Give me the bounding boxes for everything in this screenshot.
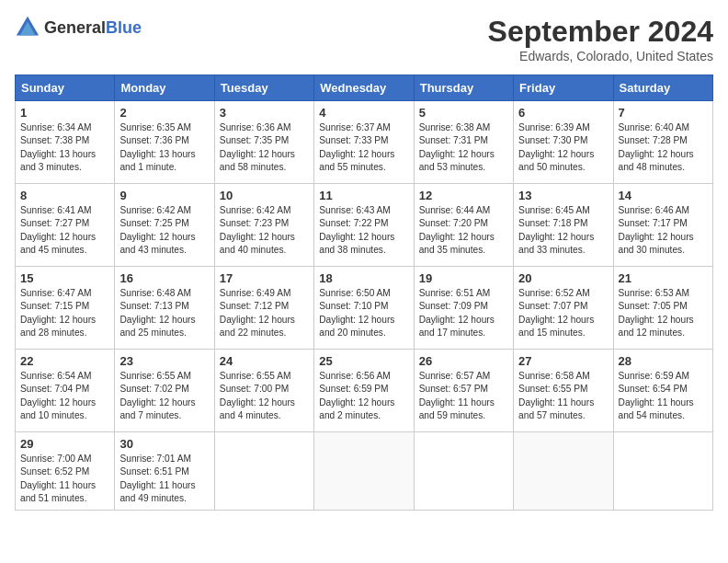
day-cell: 29Sunrise: 7:00 AMSunset: 6:52 PMDayligh… bbox=[16, 432, 115, 511]
day-info: Sunrise: 6:42 AMSunset: 7:25 PMDaylight:… bbox=[119, 204, 209, 257]
day-info: Sunrise: 6:47 AMSunset: 7:15 PMDaylight:… bbox=[20, 287, 109, 339]
day-cell: 18Sunrise: 6:50 AMSunset: 7:10 PMDayligh… bbox=[314, 267, 414, 350]
day-number: 24 bbox=[220, 354, 309, 368]
day-cell: 26Sunrise: 6:57 AMSunset: 6:57 PMDayligh… bbox=[414, 350, 513, 432]
day-cell: 15Sunrise: 6:47 AMSunset: 7:15 PMDayligh… bbox=[16, 267, 115, 350]
day-cell: 23Sunrise: 6:55 AMSunset: 7:02 PMDayligh… bbox=[115, 350, 214, 432]
day-cell bbox=[314, 432, 414, 511]
day-cell: 6Sunrise: 6:39 AMSunset: 7:30 PMDaylight… bbox=[514, 101, 613, 184]
day-cell: 24Sunrise: 6:55 AMSunset: 7:00 PMDayligh… bbox=[214, 350, 313, 432]
calendar-table: SundayMondayTuesdayWednesdayThursdayFrid… bbox=[15, 75, 713, 511]
day-info: Sunrise: 6:46 AMSunset: 7:17 PMDaylight:… bbox=[619, 204, 708, 257]
day-cell: 11Sunrise: 6:43 AMSunset: 7:22 PMDayligh… bbox=[314, 184, 414, 267]
day-cell: 16Sunrise: 6:48 AMSunset: 7:13 PMDayligh… bbox=[115, 267, 214, 350]
day-info: Sunrise: 6:50 AMSunset: 7:10 PMDaylight:… bbox=[319, 287, 408, 339]
day-number: 16 bbox=[119, 271, 209, 285]
day-number: 14 bbox=[619, 189, 708, 202]
logo: GeneralBlue bbox=[15, 15, 142, 40]
title-area: September 2024 Edwards, Colorado, United… bbox=[488, 15, 713, 63]
day-cell: 17Sunrise: 6:49 AMSunset: 7:12 PMDayligh… bbox=[214, 267, 313, 350]
day-number: 10 bbox=[220, 189, 309, 202]
day-info: Sunrise: 6:44 AMSunset: 7:20 PMDaylight:… bbox=[419, 204, 508, 257]
day-info: Sunrise: 6:54 AMSunset: 7:04 PMDaylight:… bbox=[20, 370, 109, 422]
day-info: Sunrise: 6:39 AMSunset: 7:30 PMDaylight:… bbox=[518, 121, 608, 174]
day-info: Sunrise: 6:51 AMSunset: 7:09 PMDaylight:… bbox=[419, 287, 508, 339]
day-cell: 25Sunrise: 6:56 AMSunset: 6:59 PMDayligh… bbox=[314, 350, 414, 432]
day-number: 20 bbox=[518, 271, 608, 285]
day-info: Sunrise: 6:58 AMSunset: 6:55 PMDaylight:… bbox=[518, 370, 608, 422]
column-header-friday: Friday bbox=[514, 75, 613, 101]
day-number: 30 bbox=[119, 437, 209, 451]
day-number: 5 bbox=[419, 106, 508, 120]
day-info: Sunrise: 6:40 AMSunset: 7:28 PMDaylight:… bbox=[619, 121, 708, 174]
day-cell: 20Sunrise: 6:52 AMSunset: 7:07 PMDayligh… bbox=[514, 267, 613, 350]
day-info: Sunrise: 6:56 AMSunset: 6:59 PMDaylight:… bbox=[319, 370, 408, 422]
day-info: Sunrise: 7:00 AMSunset: 6:52 PMDaylight:… bbox=[20, 453, 109, 505]
day-info: Sunrise: 6:37 AMSunset: 7:33 PMDaylight:… bbox=[319, 121, 408, 174]
logo-icon bbox=[15, 15, 40, 40]
day-info: Sunrise: 6:42 AMSunset: 7:23 PMDaylight:… bbox=[220, 204, 309, 257]
day-info: Sunrise: 6:53 AMSunset: 7:05 PMDaylight:… bbox=[619, 287, 708, 339]
day-info: Sunrise: 7:01 AMSunset: 6:51 PMDaylight:… bbox=[119, 453, 209, 505]
day-number: 1 bbox=[20, 106, 109, 120]
day-number: 18 bbox=[319, 271, 408, 285]
day-number: 21 bbox=[619, 271, 708, 285]
week-row-3: 15Sunrise: 6:47 AMSunset: 7:15 PMDayligh… bbox=[16, 267, 713, 350]
day-cell: 12Sunrise: 6:44 AMSunset: 7:20 PMDayligh… bbox=[414, 184, 513, 267]
week-row-5: 29Sunrise: 7:00 AMSunset: 6:52 PMDayligh… bbox=[16, 432, 713, 511]
day-info: Sunrise: 6:41 AMSunset: 7:27 PMDaylight:… bbox=[20, 204, 109, 257]
day-info: Sunrise: 6:59 AMSunset: 6:54 PMDaylight:… bbox=[619, 370, 708, 422]
day-info: Sunrise: 6:34 AMSunset: 7:38 PMDaylight:… bbox=[20, 121, 109, 174]
day-cell: 1Sunrise: 6:34 AMSunset: 7:38 PMDaylight… bbox=[16, 101, 115, 184]
day-number: 15 bbox=[20, 271, 109, 285]
logo-blue-text: Blue bbox=[106, 18, 142, 37]
column-header-thursday: Thursday bbox=[414, 75, 513, 101]
day-info: Sunrise: 6:36 AMSunset: 7:35 PMDaylight:… bbox=[220, 121, 309, 174]
column-header-tuesday: Tuesday bbox=[214, 75, 313, 101]
day-number: 19 bbox=[419, 271, 508, 285]
day-info: Sunrise: 6:48 AMSunset: 7:13 PMDaylight:… bbox=[119, 287, 209, 339]
day-number: 12 bbox=[419, 189, 508, 202]
day-number: 3 bbox=[220, 106, 309, 120]
day-number: 4 bbox=[319, 106, 408, 120]
day-cell: 5Sunrise: 6:38 AMSunset: 7:31 PMDaylight… bbox=[414, 101, 513, 184]
day-cell: 28Sunrise: 6:59 AMSunset: 6:54 PMDayligh… bbox=[613, 350, 712, 432]
day-cell: 9Sunrise: 6:42 AMSunset: 7:25 PMDaylight… bbox=[115, 184, 214, 267]
week-row-2: 8Sunrise: 6:41 AMSunset: 7:27 PMDaylight… bbox=[16, 184, 713, 267]
day-cell bbox=[214, 432, 313, 511]
day-info: Sunrise: 6:49 AMSunset: 7:12 PMDaylight:… bbox=[220, 287, 309, 339]
day-number: 29 bbox=[20, 437, 109, 451]
day-number: 17 bbox=[220, 271, 309, 285]
day-info: Sunrise: 6:45 AMSunset: 7:18 PMDaylight:… bbox=[518, 204, 608, 257]
day-cell: 2Sunrise: 6:35 AMSunset: 7:36 PMDaylight… bbox=[115, 101, 214, 184]
day-number: 22 bbox=[20, 354, 109, 368]
day-info: Sunrise: 6:55 AMSunset: 7:00 PMDaylight:… bbox=[220, 370, 309, 422]
location-text: Edwards, Colorado, United States bbox=[488, 49, 713, 63]
day-cell: 30Sunrise: 7:01 AMSunset: 6:51 PMDayligh… bbox=[115, 432, 214, 511]
day-number: 9 bbox=[119, 189, 209, 202]
day-cell bbox=[414, 432, 513, 511]
day-number: 13 bbox=[518, 189, 608, 202]
day-number: 6 bbox=[518, 106, 608, 120]
day-number: 25 bbox=[319, 354, 408, 368]
logo-general-text: General bbox=[44, 18, 106, 37]
day-number: 11 bbox=[319, 189, 408, 202]
day-cell: 3Sunrise: 6:36 AMSunset: 7:35 PMDaylight… bbox=[214, 101, 313, 184]
day-cell bbox=[613, 432, 712, 511]
day-info: Sunrise: 6:43 AMSunset: 7:22 PMDaylight:… bbox=[319, 204, 408, 257]
month-title: September 2024 bbox=[488, 15, 713, 49]
week-row-4: 22Sunrise: 6:54 AMSunset: 7:04 PMDayligh… bbox=[16, 350, 713, 432]
day-cell: 10Sunrise: 6:42 AMSunset: 7:23 PMDayligh… bbox=[214, 184, 313, 267]
day-info: Sunrise: 6:38 AMSunset: 7:31 PMDaylight:… bbox=[419, 121, 508, 174]
day-cell: 22Sunrise: 6:54 AMSunset: 7:04 PMDayligh… bbox=[16, 350, 115, 432]
day-number: 26 bbox=[419, 354, 508, 368]
day-cell: 13Sunrise: 6:45 AMSunset: 7:18 PMDayligh… bbox=[514, 184, 613, 267]
day-info: Sunrise: 6:57 AMSunset: 6:57 PMDaylight:… bbox=[419, 370, 508, 422]
day-cell bbox=[514, 432, 613, 511]
column-header-sunday: Sunday bbox=[16, 75, 115, 101]
day-cell: 21Sunrise: 6:53 AMSunset: 7:05 PMDayligh… bbox=[613, 267, 712, 350]
week-row-1: 1Sunrise: 6:34 AMSunset: 7:38 PMDaylight… bbox=[16, 101, 713, 184]
day-number: 23 bbox=[119, 354, 209, 368]
day-cell: 19Sunrise: 6:51 AMSunset: 7:09 PMDayligh… bbox=[414, 267, 513, 350]
day-cell: 8Sunrise: 6:41 AMSunset: 7:27 PMDaylight… bbox=[16, 184, 115, 267]
